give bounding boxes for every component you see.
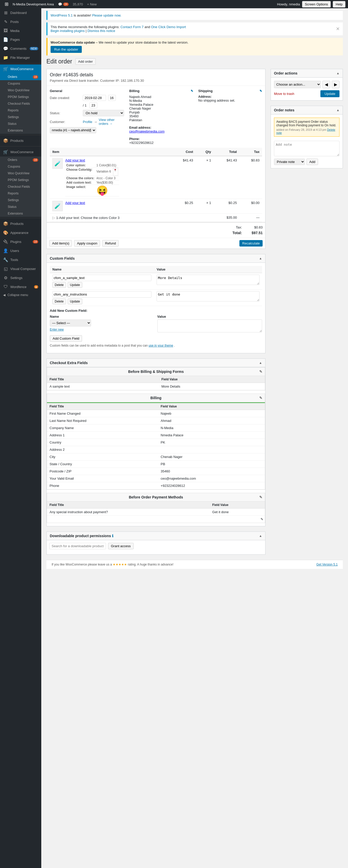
info-icon[interactable]: ℹ [112, 534, 113, 538]
cf-use-in-theme-link[interactable]: use in your theme [149, 344, 173, 347]
add-order-button[interactable]: Add order [75, 58, 96, 65]
cf-value-textarea-2[interactable]: Get it done [156, 291, 260, 302]
wp-version-link[interactable]: WordPress 5.1 [51, 13, 73, 17]
sidebar-item-checkout-fields[interactable]: Checkout Fields [0, 100, 41, 107]
grant-access-button[interactable]: Grant access [108, 543, 134, 549]
one-click-demo-link[interactable]: One Click Demo Import [151, 25, 186, 29]
order-actions-header[interactable]: Order actions ▲ [271, 69, 343, 78]
add-custom-field-button[interactable]: Add Custom Field [50, 335, 82, 342]
cf-delete-button-2[interactable]: Delete [52, 299, 66, 304]
add-note-textarea[interactable] [274, 141, 340, 156]
sidebar-item-wordfence[interactable]: 🛡 Wordfence ● [0, 282, 41, 291]
customer-select[interactable]: nmedia (#1 – najeeb.ahmd@gmail... [50, 127, 96, 133]
move-to-trash-link[interactable]: Move to trash [274, 92, 294, 96]
time-hour-input[interactable] [108, 95, 116, 101]
post-count[interactable]: 35,870 [71, 2, 85, 6]
date-minute-input[interactable] [89, 102, 97, 108]
checkout-section-2-edit[interactable]: ✎ [259, 396, 262, 400]
run-updater-button[interactable]: Run the updater [51, 46, 82, 53]
sidebar-item-coupons[interactable]: Coupons [0, 80, 41, 87]
sidebar-item-orders[interactable]: Orders 19 [0, 73, 41, 80]
help-button[interactable]: Help [333, 1, 345, 7]
cf-name-input-2[interactable] [52, 291, 151, 298]
sidebar-item-extensions[interactable]: Extensions [0, 127, 41, 134]
customer-other-orders-link[interactable]: View other orders → [99, 118, 124, 126]
sidebar-item-settings[interactable]: Settings [0, 114, 41, 120]
sidebar-item-status[interactable]: Status [0, 120, 41, 127]
sidebar-item-woo-quickview-2[interactable]: Woo QuickView [0, 170, 41, 177]
cf-update-button-1[interactable]: Update [67, 282, 82, 288]
action-next-button[interactable]: ▶ [332, 81, 340, 88]
sidebar-item-orders-2[interactable]: Orders 19 [0, 157, 41, 163]
recalculate-button[interactable]: Recalculate [239, 240, 263, 247]
cf-new-value-input[interactable] [157, 319, 262, 332]
action-select[interactable]: Choose an action... [274, 81, 321, 88]
sidebar-item-extensions-2[interactable]: Extensions [0, 210, 41, 217]
sidebar-item-ppom-2[interactable]: PPOM Settings [0, 177, 41, 183]
customer-profile-link[interactable]: Profile [83, 120, 92, 124]
item-name-link-2[interactable]: Add your text [65, 201, 85, 205]
custom-fields-header[interactable]: Custom Fields ▲ [47, 254, 265, 263]
add-note-button[interactable]: Add [307, 159, 318, 165]
date-input[interactable] [83, 95, 106, 101]
sidebar-item-media[interactable]: 🖼 Media [0, 26, 41, 35]
cf-enter-new-link[interactable]: Enter new [50, 328, 64, 331]
comment-count[interactable]: 💬 24 [56, 2, 71, 6]
order-notes-header[interactable]: Order notes ▲ [271, 106, 343, 115]
apply-coupon-button[interactable]: Apply coupon [74, 240, 100, 247]
site-name[interactable]: N-Media Development Area [10, 2, 56, 6]
status-select[interactable]: On hold Pending payment Processing Compl… [83, 110, 124, 116]
sidebar-item-reports[interactable]: Reports [0, 107, 41, 114]
sidebar-item-comments[interactable]: 💬 Comments NEW [0, 44, 41, 53]
cf-name-select[interactable]: — Select — [50, 319, 91, 327]
sidebar-item-products-2[interactable]: 📦 Products [0, 219, 41, 228]
sidebar-item-pages[interactable]: 📄 Pages [0, 35, 41, 44]
new-content[interactable]: + New [85, 2, 99, 6]
cf-name-input-1[interactable] [52, 275, 151, 281]
please-update-link[interactable]: Please update now. [92, 13, 121, 17]
dismiss-notice-link[interactable]: Dismiss this notice [87, 29, 115, 33]
sidebar-item-woo-quickview[interactable]: Woo QuickView [0, 87, 41, 94]
note-type-select[interactable]: Private note Customer note [274, 159, 305, 165]
sidebar-item-coupons-2[interactable]: Coupons [0, 163, 41, 170]
billing-edit-link[interactable]: ✎ [191, 89, 193, 93]
sidebar-item-visual-composer[interactable]: ◱ Visual Composer [0, 264, 41, 273]
begin-installing-link[interactable]: Begin installing plugins [51, 29, 85, 33]
billing-email[interactable]: ceo@najeebmedia.com [129, 129, 165, 133]
get-version-link[interactable]: Get Version 5.1 [316, 563, 338, 566]
contact-form-link[interactable]: Contact Form 7 [120, 25, 144, 29]
sidebar-item-ppom-settings[interactable]: PPOM Settings [0, 94, 41, 100]
refund-button[interactable]: Refund [102, 240, 119, 247]
checkout-section-1-edit[interactable]: ✎ [259, 370, 262, 374]
sidebar-item-settings-2[interactable]: Settings [0, 197, 41, 204]
sidebar-item-woocommerce[interactable]: 🛒 WooCommerce [0, 64, 41, 73]
shipping-edit-link[interactable]: ✎ [260, 89, 262, 93]
sidebar-item-file-manager[interactable]: 📁 File Manager [0, 53, 41, 62]
section-3-bottom-edit[interactable]: ✎ [261, 517, 263, 521]
checkout-section-3-edit[interactable]: ✎ [259, 495, 262, 499]
sidebar-item-posts[interactable]: ✎ Posts [0, 17, 41, 26]
cf-delete-button-1[interactable]: Delete [52, 282, 66, 288]
downloadable-header[interactable]: Downloadable product permissions ℹ ▲ [47, 532, 265, 540]
cf-update-button-2[interactable]: Update [67, 299, 82, 304]
sidebar-item-dashboard[interactable]: ⊞ Dashboard [0, 8, 41, 17]
cf-value-textarea-1[interactable]: More Details [156, 275, 260, 285]
add-items-button[interactable]: Add item(s) [49, 240, 72, 247]
sidebar-item-products[interactable]: 📦 Products [0, 136, 41, 145]
sidebar-item-checkout-2[interactable]: Checkout Fields [0, 183, 41, 190]
sidebar-item-appearance[interactable]: 🎨 Appearance [0, 228, 41, 237]
action-prev-button[interactable]: ◀ [322, 81, 330, 88]
sidebar-item-plugins[interactable]: 🔌 Plugins 19 [0, 237, 41, 246]
search-downloadable-input[interactable] [49, 543, 106, 549]
item-name-link[interactable]: Add your text [65, 158, 85, 162]
checkout-extra-fields-header[interactable]: Checkout Extra Fields ▲ [47, 359, 265, 367]
notice-dismiss-button[interactable]: ✕ [336, 26, 340, 32]
update-button[interactable]: Update [320, 90, 340, 97]
sidebar-item-woocommerce-2[interactable]: 🛒 WooCommerce [0, 148, 41, 157]
screen-options-button[interactable]: Screen Options [302, 1, 331, 7]
sidebar-item-reports-2[interactable]: Reports [0, 190, 41, 197]
sidebar-item-users[interactable]: 👤 Users [0, 246, 41, 255]
wp-logo-item[interactable]: ⊞ [3, 1, 10, 7]
sidebar-item-tools[interactable]: 🔧 Tools [0, 255, 41, 264]
sidebar-item-wp-settings[interactable]: ⚙ Settings [0, 273, 41, 282]
